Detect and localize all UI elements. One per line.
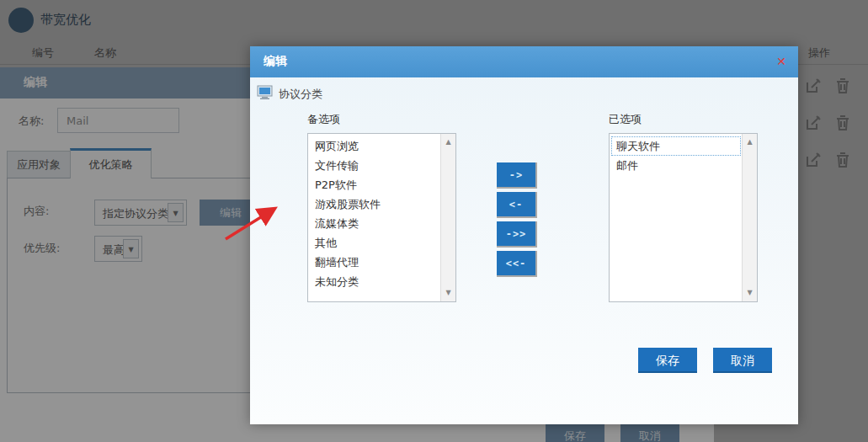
protocol-category-modal: 编辑 ✕ 协议分类 备选项 已选项 网页浏览 文件传输 P2P软件 游戏股票软件…	[250, 46, 798, 424]
monitor-icon	[257, 85, 274, 99]
scroll-up-icon[interactable]: ▲	[441, 136, 455, 149]
list-item-focused[interactable]: 聊天软件	[611, 136, 741, 156]
move-left-button[interactable]: <-	[497, 192, 537, 218]
selected-list-label: 已选项	[609, 112, 642, 127]
available-list-label: 备选项	[307, 112, 340, 127]
move-right-button[interactable]: ->	[497, 162, 537, 189]
move-all-right-button[interactable]: ->>	[497, 221, 537, 248]
scrollbar[interactable]: ▲ ▼	[742, 134, 757, 301]
section-header: 协议分类	[257, 85, 274, 102]
list-item[interactable]: 未知分类	[310, 272, 439, 291]
save-button[interactable]: 保存	[638, 348, 697, 373]
scroll-up-icon[interactable]: ▲	[743, 136, 757, 149]
available-listbox[interactable]: 网页浏览 文件传输 P2P软件 游戏股票软件 流媒体类 其他 翻墙代理 未知分类…	[307, 133, 456, 302]
scroll-down-icon[interactable]: ▼	[743, 286, 757, 300]
move-all-left-button[interactable]: <<-	[497, 251, 537, 277]
modal-title: 编辑	[264, 54, 287, 69]
list-item[interactable]: 流媒体类	[310, 214, 439, 233]
close-icon[interactable]: ✕	[776, 54, 786, 69]
modal-header: 编辑 ✕	[250, 46, 798, 77]
section-title: 协议分类	[279, 87, 322, 102]
list-item[interactable]: P2P软件	[310, 175, 439, 194]
available-items: 网页浏览 文件传输 P2P软件 游戏股票软件 流媒体类 其他 翻墙代理 未知分类	[308, 134, 441, 301]
scrollbar[interactable]: ▲ ▼	[440, 134, 455, 301]
scroll-down-icon[interactable]: ▼	[441, 286, 455, 300]
list-item[interactable]: 其他	[310, 233, 439, 253]
list-item[interactable]: 游戏股票软件	[310, 194, 439, 214]
red-arrow-annotation	[221, 203, 289, 245]
list-item[interactable]: 网页浏览	[310, 136, 439, 156]
list-item[interactable]: 文件传输	[310, 156, 439, 175]
selected-items: 聊天软件 邮件	[610, 134, 743, 301]
cancel-button[interactable]: 取消	[713, 348, 772, 373]
list-item[interactable]: 邮件	[611, 156, 741, 175]
selected-listbox[interactable]: 聊天软件 邮件 ▲ ▼	[609, 133, 758, 302]
list-item[interactable]: 翻墙代理	[310, 253, 439, 272]
